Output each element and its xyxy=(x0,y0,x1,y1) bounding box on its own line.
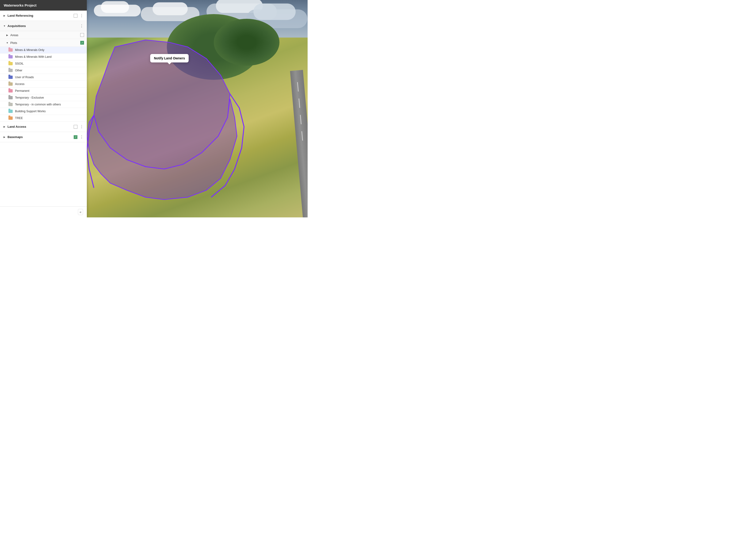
land-referencing-menu[interactable]: ⋮ xyxy=(79,13,84,18)
plot-label-building-support-works: Building Support Works xyxy=(15,110,46,113)
plot-item-mines-minerals-only[interactable]: Mines & Minerals Only xyxy=(0,47,87,53)
plot-label-temporary-common: Temporary - in common with others xyxy=(15,103,61,106)
sidebar-footer: « xyxy=(0,206,87,218)
plots-controls: ✓ xyxy=(80,41,84,45)
sidebar-content: ▶ Land Referencing ⋮ ▼ Acquisitions ⋮ ▶ … xyxy=(0,11,87,206)
acquisitions-controls: ⋮ xyxy=(79,23,84,29)
plot-item-building-support-works[interactable]: Building Support Works xyxy=(0,108,87,115)
plot-label-permanent: Permanent xyxy=(15,89,29,92)
chevron-basemaps: ▶ xyxy=(3,135,6,139)
basemaps-menu[interactable]: ⋮ xyxy=(79,134,84,140)
plot-label-user-of-roads: User of Roads xyxy=(15,76,34,79)
folder-mines-minerals-only xyxy=(9,49,13,51)
section-basemaps[interactable]: ▶ Basemaps ✓ ⋮ xyxy=(0,132,87,142)
section-plots[interactable]: ▼ Plots ✓ xyxy=(0,39,87,47)
sidebar: Waterworks Project ▶ Land Referencing ⋮ … xyxy=(0,0,87,218)
plot-item-other[interactable]: Other xyxy=(0,67,87,74)
notify-tooltip: Notify Land Owners xyxy=(150,54,189,62)
folder-tree xyxy=(9,117,13,120)
chevron-land-access: ▶ xyxy=(3,125,6,128)
land-access-checkbox[interactable] xyxy=(74,125,78,129)
areas-checkbox[interactable] xyxy=(80,33,84,37)
land-access-controls: ⋮ xyxy=(74,124,84,129)
plot-item-temporary-exclusive[interactable]: Temporary - Exclusive xyxy=(0,94,87,101)
plots-checkbox[interactable]: ✓ xyxy=(80,41,84,45)
plot-label-mines-minerals-with-land: Mines & Minerals With Land xyxy=(15,55,51,58)
areas-label: Areas xyxy=(10,33,80,37)
land-access-label: Land Access xyxy=(8,125,74,128)
acquisitions-label: Acquisitions xyxy=(8,24,79,28)
sidebar-header: Waterworks Project xyxy=(0,0,87,11)
basemaps-checkbox[interactable]: ✓ xyxy=(74,135,78,139)
plot-item-access[interactable]: Access xyxy=(0,81,87,87)
chevron-land-referencing: ▶ xyxy=(3,14,6,17)
land-referencing-checkbox[interactable] xyxy=(74,14,78,17)
plot-label-temporary-exclusive: Temporary - Exclusive xyxy=(15,96,44,99)
basemaps-controls: ✓ ⋮ xyxy=(74,134,84,140)
plot-label-access: Access xyxy=(15,83,24,86)
section-land-referencing[interactable]: ▶ Land Referencing ⋮ xyxy=(0,11,87,21)
land-access-menu[interactable]: ⋮ xyxy=(79,124,84,129)
folder-other xyxy=(9,69,13,72)
plot-item-mines-minerals-with-land[interactable]: Mines & Minerals With Land xyxy=(0,53,87,60)
folder-user-of-roads xyxy=(9,76,13,79)
forest-hill xyxy=(214,19,279,66)
folder-temporary-common xyxy=(9,103,13,106)
plot-item-permanent[interactable]: Permanent xyxy=(0,87,87,94)
folder-ssoil xyxy=(9,62,13,65)
plot-label-tree: TREE xyxy=(15,117,23,120)
land-referencing-controls: ⋮ xyxy=(74,13,84,18)
plot-item-user-of-roads[interactable]: User of Roads xyxy=(0,74,87,81)
section-areas[interactable]: ▶ Areas xyxy=(0,31,87,39)
notify-tooltip-label: Notify Land Owners xyxy=(154,56,185,60)
collapse-sidebar-button[interactable]: « xyxy=(78,209,83,215)
plot-item-temporary-common[interactable]: Temporary - in common with others xyxy=(0,101,87,108)
chevron-plots: ▼ xyxy=(6,41,9,44)
folder-building-support-works xyxy=(9,110,13,113)
acquisitions-menu[interactable]: ⋮ xyxy=(79,23,84,29)
section-land-access[interactable]: ▶ Land Access ⋮ xyxy=(0,121,87,132)
plot-item-ssoil[interactable]: SSOIL xyxy=(0,60,87,67)
areas-controls xyxy=(80,33,84,37)
plot-item-tree[interactable]: TREE xyxy=(0,115,87,121)
cloud-2b xyxy=(152,2,188,15)
folder-temporary-exclusive xyxy=(9,96,13,99)
chevron-areas: ▶ xyxy=(6,33,9,37)
folder-permanent xyxy=(9,89,13,92)
cloud-4b xyxy=(253,4,296,20)
plots-label: Plots xyxy=(10,41,80,45)
plot-label-mines-minerals-only: Mines & Minerals Only xyxy=(15,49,44,51)
section-acquisitions[interactable]: ▼ Acquisitions ⋮ xyxy=(0,21,87,31)
cloud-1b xyxy=(101,1,129,13)
land-referencing-label: Land Referencing xyxy=(8,14,74,17)
folder-mines-minerals-with-land xyxy=(9,55,13,58)
plot-label-ssoil: SSOIL xyxy=(15,62,24,65)
basemaps-label: Basemaps xyxy=(8,135,74,139)
plot-label-other: Other xyxy=(15,69,22,72)
folder-access xyxy=(9,83,13,86)
chevron-acquisitions: ▼ xyxy=(3,24,6,28)
project-title: Waterworks Project xyxy=(4,3,37,7)
